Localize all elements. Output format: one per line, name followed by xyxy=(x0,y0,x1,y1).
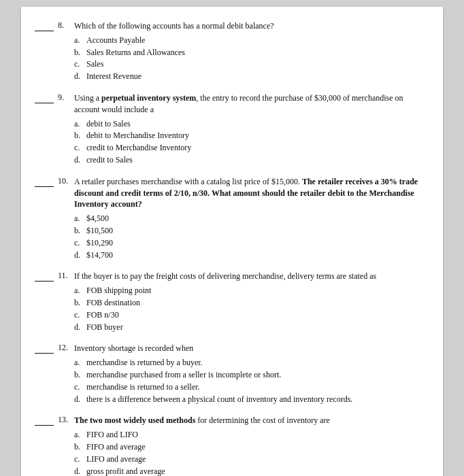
question-text: The two most widely used methods for det… xyxy=(74,415,424,426)
question-number: 8. xyxy=(58,20,74,31)
option-text: $10,500 xyxy=(86,225,113,237)
option-item: a.Accounts Payable xyxy=(74,35,424,46)
answer-blank[interactable] xyxy=(35,94,54,103)
question-block: 12.Inventory shortage is recorded whena.… xyxy=(35,343,424,405)
option-letter: d. xyxy=(74,154,86,166)
option-letter: a. xyxy=(74,118,86,130)
question-number: 9. xyxy=(58,92,74,103)
option-item: b.$10,500 xyxy=(74,225,424,237)
option-text: debit to Merchandise Inventory xyxy=(86,130,189,141)
question-number: 11. xyxy=(58,271,74,281)
question-block: 10.A retailer purchases merchandise with… xyxy=(35,176,424,262)
option-item: b.FIFO and average xyxy=(74,441,424,453)
question-text: Using a perpetual inventory system, the … xyxy=(74,92,424,116)
option-letter: a. xyxy=(74,429,86,441)
option-letter: c. xyxy=(74,381,86,393)
option-item: b.Sales Returns and Allowances xyxy=(74,47,424,58)
option-letter: c. xyxy=(74,237,86,249)
question-content: The two most widely used methods for det… xyxy=(74,415,424,476)
option-letter: a. xyxy=(74,213,86,224)
question-block: 8.Which of the following accounts has a … xyxy=(35,20,424,83)
option-letter: a. xyxy=(74,357,86,369)
option-item: d.there is a difference between a physic… xyxy=(74,394,424,405)
option-letter: c. xyxy=(74,454,86,465)
option-letter: d. xyxy=(74,394,86,405)
options-list: a.Accounts Payableb.Sales Returns and Al… xyxy=(74,35,424,82)
option-text: FOB destination xyxy=(86,297,140,309)
option-letter: d. xyxy=(74,71,86,82)
option-letter: b. xyxy=(74,441,86,453)
exam-page: 8.Which of the following accounts has a … xyxy=(21,7,443,476)
option-item: a.$4,500 xyxy=(74,213,424,224)
option-item: d.$14,700 xyxy=(74,250,424,261)
option-item: d.credit to Sales xyxy=(74,154,424,166)
question-content: Using a perpetual inventory system, the … xyxy=(74,92,424,167)
option-item: a.merchandise is returned by a buyer. xyxy=(74,357,424,369)
option-text: $10,290 xyxy=(86,237,113,249)
question-content: If the buyer is to pay the freight costs… xyxy=(74,271,424,333)
option-item: d.FOB buyer xyxy=(74,322,424,333)
option-text: $14,700 xyxy=(86,250,113,261)
question-block: 9.Using a perpetual inventory system, th… xyxy=(35,92,424,167)
option-text: credit to Merchandise Inventory xyxy=(86,142,191,154)
options-list: a.merchandise is returned by a buyer.b.m… xyxy=(74,357,424,405)
question-block: 13.The two most widely used methods for … xyxy=(35,415,424,476)
option-item: b.debit to Merchandise Inventory xyxy=(74,130,424,141)
option-item: c.LIFO and average xyxy=(74,454,424,465)
option-letter: b. xyxy=(74,47,86,58)
option-text: Sales xyxy=(86,58,103,70)
question-number: 13. xyxy=(58,415,74,425)
options-list: a.$4,500b.$10,500c.$10,290d.$14,700 xyxy=(74,213,424,260)
option-text: $4,500 xyxy=(86,213,109,224)
option-letter: a. xyxy=(74,285,86,296)
option-text: debit to Sales xyxy=(86,118,131,130)
option-letter: b. xyxy=(74,297,86,309)
options-list: a.FIFO and LIFOb.FIFO and averagec.LIFO … xyxy=(74,429,424,476)
option-letter: b. xyxy=(74,369,86,381)
options-list: a.debit to Salesb.debit to Merchandise I… xyxy=(74,118,424,166)
option-text: merchandise is returned to a seller. xyxy=(86,381,200,393)
options-list: a.FOB shipping pointb.FOB destinationc.F… xyxy=(74,285,424,333)
option-item: d.Interest Revenue xyxy=(74,71,424,82)
option-letter: b. xyxy=(74,130,86,141)
option-letter: c. xyxy=(74,309,86,321)
question-content: Which of the following accounts has a no… xyxy=(74,20,424,83)
option-item: c.merchandise is returned to a seller. xyxy=(74,381,424,393)
option-item: d.gross profit and average xyxy=(74,466,424,477)
question-number: 10. xyxy=(58,176,74,186)
question-text: Inventory shortage is recorded when xyxy=(74,343,424,354)
option-item: b.merchandise purchased from a seller is… xyxy=(74,369,424,381)
option-text: FIFO and LIFO xyxy=(86,429,138,441)
option-item: a.FOB shipping point xyxy=(74,285,424,296)
question-text: If the buyer is to pay the freight costs… xyxy=(74,271,424,282)
question-number: 12. xyxy=(58,343,74,353)
option-text: FIFO and average xyxy=(86,441,146,453)
option-text: FOB buyer xyxy=(86,322,123,333)
option-letter: c. xyxy=(74,58,86,70)
option-item: c.$10,290 xyxy=(74,237,424,249)
option-text: merchandise purchased from a seller is i… xyxy=(86,369,281,381)
option-item: a.FIFO and LIFO xyxy=(74,429,424,441)
option-text: Accounts Payable xyxy=(86,35,145,46)
option-text: merchandise is returned by a buyer. xyxy=(86,357,203,369)
answer-blank[interactable] xyxy=(35,416,54,426)
option-letter: b. xyxy=(74,225,86,237)
option-text: LIFO and average xyxy=(86,454,146,465)
option-item: c.credit to Merchandise Inventory xyxy=(74,142,424,154)
option-letter: a. xyxy=(74,35,86,46)
option-text: gross profit and average xyxy=(86,466,165,477)
option-text: there is a difference between a physical… xyxy=(86,394,352,405)
option-item: c.Sales xyxy=(74,58,424,70)
answer-blank[interactable] xyxy=(35,22,54,31)
question-text: Which of the following accounts has a no… xyxy=(74,20,424,32)
answer-blank[interactable] xyxy=(35,272,54,282)
option-letter: d. xyxy=(74,322,86,333)
option-text: FOB shipping point xyxy=(86,285,151,296)
answer-blank[interactable] xyxy=(35,344,54,354)
question-content: Inventory shortage is recorded whena.mer… xyxy=(74,343,424,405)
question-content: A retailer purchases merchandise with a … xyxy=(74,176,424,262)
option-item: a.debit to Sales xyxy=(74,118,424,130)
option-text: FOB n/30 xyxy=(86,309,119,321)
answer-blank[interactable] xyxy=(35,177,54,187)
option-text: Interest Revenue xyxy=(86,71,142,82)
